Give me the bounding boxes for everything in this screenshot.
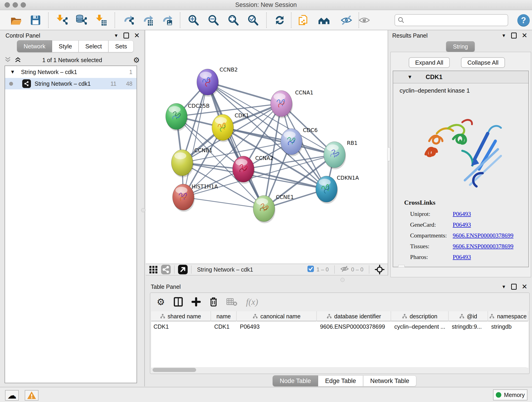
table-options-button[interactable]: ⚙ — [157, 297, 165, 306]
control-panel-menu-icon[interactable]: ▼ — [114, 33, 119, 38]
tab-node-table[interactable]: Node Table — [273, 375, 318, 386]
results-panel-float-icon[interactable] — [511, 32, 517, 38]
control-panel-close-icon[interactable]: ✕ — [134, 32, 140, 39]
export-image-button[interactable] — [160, 13, 173, 27]
collection-collapse-icon[interactable]: ▼ — [10, 69, 15, 75]
table-panel-close-icon[interactable]: ✕ — [522, 283, 527, 290]
minimize-window-button[interactable] — [13, 2, 18, 7]
network-row-selected[interactable]: String Network – cdk1 11 48 — [5, 78, 137, 89]
crosslink-link[interactable]: P06493 — [453, 254, 471, 261]
table-splitter-handle[interactable] — [341, 278, 345, 282]
tab-select[interactable]: Select — [79, 40, 108, 52]
table-cell[interactable]: stringdb — [488, 322, 527, 332]
network-node-CCNB1[interactable] — [171, 150, 194, 177]
hidden-eye-icon[interactable] — [340, 265, 349, 274]
network-node-CDC6[interactable] — [281, 128, 303, 156]
close-window-button[interactable] — [5, 2, 10, 7]
first-neighbors-button[interactable] — [317, 13, 331, 27]
network-options-gear-icon[interactable]: ⚙ — [133, 56, 140, 64]
column-header-description[interactable]: description — [391, 311, 449, 321]
maximize-window-button[interactable] — [21, 2, 26, 7]
node-details-header[interactable]: ▼ CDK1 — [393, 71, 528, 83]
network-edge-CDK1-RB1[interactable] — [223, 128, 335, 155]
network-collection-row[interactable]: ▼ String Network – cdk1 1 — [5, 66, 137, 77]
column-header-canonical-name[interactable]: canonical name — [237, 311, 317, 321]
import-network-from-file-button[interactable] — [55, 13, 69, 27]
import-table-from-file-button[interactable] — [94, 13, 108, 27]
table-hscrollbar-thumb[interactable] — [152, 368, 196, 372]
table-panel-menu-icon[interactable]: ▼ — [501, 284, 506, 289]
search-input[interactable] — [407, 17, 505, 24]
show-columns-button[interactable] — [174, 297, 183, 307]
crosslink-link[interactable]: P06493 — [453, 221, 471, 228]
warnings-button[interactable] — [25, 390, 38, 401]
selected-checkbox-icon[interactable] — [307, 265, 314, 274]
help-button[interactable]: ? — [517, 14, 530, 27]
export-network-button[interactable] — [121, 13, 135, 27]
expand-all-button[interactable]: Expand All — [409, 57, 450, 68]
add-column-button[interactable] — [191, 297, 201, 306]
fit-content-button[interactable] — [226, 13, 240, 27]
column-header-shared-name[interactable]: shared name — [151, 311, 211, 321]
table-cell[interactable]: CDK1 — [211, 322, 236, 332]
memory-button[interactable]: Memory — [493, 389, 527, 400]
network-view-canvas[interactable]: CCNB2CCNA1CDC25BCDK1CDC6RB1CCNB1CCNA2CDK… — [146, 30, 388, 264]
network-node-CCNA2[interactable] — [233, 156, 255, 184]
cloud-status-button[interactable]: ☁ — [5, 390, 19, 401]
hide-selected-button[interactable] — [340, 13, 353, 27]
tab-network[interactable]: Network — [17, 40, 52, 52]
control-panel-float-icon[interactable] — [123, 32, 129, 38]
zoom-in-button[interactable] — [186, 13, 200, 27]
save-session-button[interactable] — [29, 13, 42, 27]
duplicate-network-button[interactable] — [296, 13, 310, 27]
zoom-out-button[interactable] — [206, 13, 220, 27]
tab-string[interactable]: String — [446, 41, 475, 52]
delete-table-button[interactable] — [226, 298, 237, 306]
string-view-button[interactable] — [161, 264, 171, 274]
network-node-CCNA1[interactable] — [271, 90, 293, 118]
collapse-all-button[interactable]: Collapse All — [461, 57, 505, 68]
refresh-button[interactable] — [273, 13, 287, 27]
network-node-RB1[interactable] — [324, 142, 346, 169]
crosslink-link[interactable]: P06493 — [453, 211, 471, 217]
show-grid-button[interactable] — [149, 265, 158, 274]
table-cell[interactable]: stringdb:9... — [449, 322, 487, 332]
network-node-CDK1[interactable] — [212, 114, 234, 142]
details-scrollbar-notch[interactable] — [398, 265, 405, 267]
crosslink-link[interactable]: 9606.ENSP00000378699 — [453, 232, 513, 239]
table-cell[interactable]: CDK1 — [151, 322, 210, 332]
import-network-from-database-button[interactable] — [74, 13, 88, 27]
table-cell[interactable]: 9606.ENSP00000378699 — [317, 322, 390, 332]
network-node-CCNB2[interactable] — [197, 69, 219, 97]
column-header-id[interactable]: @id — [449, 311, 488, 321]
tab-style[interactable]: Style — [52, 40, 79, 52]
tab-network-table[interactable]: Network Table — [363, 375, 417, 386]
table-cell[interactable]: P06493 — [237, 322, 316, 332]
tab-sets[interactable]: Sets — [108, 40, 133, 52]
collapse-all-networks-icon[interactable] — [5, 57, 11, 64]
details-collapse-icon[interactable]: ▼ — [407, 74, 412, 80]
results-panel-close-icon[interactable]: ✕ — [522, 32, 527, 39]
results-panel-menu-icon[interactable]: ▼ — [501, 33, 506, 38]
open-session-button[interactable] — [9, 13, 23, 27]
column-header-database-identifier[interactable]: database identifier — [317, 311, 391, 321]
table-cell[interactable]: cyclin–dependent ... — [391, 322, 448, 332]
birds-eye-view-button[interactable] — [375, 265, 385, 274]
crosslink-link[interactable]: 9606.ENSP00000378699 — [453, 243, 513, 250]
delete-column-button[interactable] — [209, 297, 218, 307]
control-splitter-handle[interactable] — [141, 208, 145, 212]
zoom-selected-button[interactable] — [246, 13, 260, 27]
show-all-button[interactable] — [357, 13, 371, 27]
network-node-CDKN1A[interactable] — [316, 176, 338, 204]
tab-edge-table[interactable]: Edge Table — [318, 375, 363, 386]
network-node-CCNE1[interactable] — [253, 196, 275, 223]
open-in-browser-button[interactable] — [178, 264, 188, 274]
function-builder-button[interactable]: f(x) — [246, 297, 258, 307]
network-edge-CCNB2-CCNE1[interactable] — [208, 82, 264, 209]
expand-all-networks-icon[interactable] — [15, 57, 21, 64]
export-table-button[interactable] — [140, 13, 154, 27]
column-header-namespace[interactable]: namespace — [488, 311, 528, 321]
table-panel-float-icon[interactable] — [511, 284, 517, 290]
column-header-name[interactable]: name — [211, 311, 237, 321]
network-edge-HIST1H1A-CCNE1[interactable] — [183, 197, 264, 209]
